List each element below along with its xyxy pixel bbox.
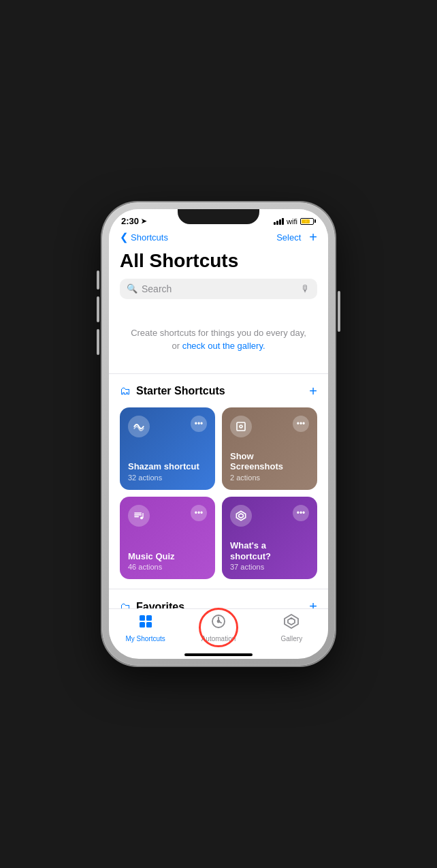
power-button [338, 291, 340, 332]
tab-my-shortcuts[interactable]: My Shortcuts [125, 613, 166, 642]
search-icon: 🔍 [127, 283, 137, 294]
svg-rect-6 [140, 615, 145, 621]
favorites-title: Favorites [136, 601, 184, 608]
card-top: ••• [230, 416, 309, 437]
notch [178, 209, 259, 224]
music-quiz-actions: 46 actions [128, 563, 207, 571]
chevron-left-icon: ❮ [120, 231, 129, 243]
empty-state-or: or [172, 341, 182, 351]
volume-down-button [97, 329, 99, 355]
empty-state-text: Create shortcuts for things you do every… [131, 328, 306, 338]
location-arrow-icon: ➤ [141, 217, 146, 225]
my-shortcuts-label: My Shortcuts [125, 635, 165, 642]
shazam-more-button[interactable]: ••• [191, 416, 207, 432]
svg-marker-4 [236, 511, 245, 520]
screenshots-name: Show Screenshots [230, 451, 309, 472]
select-button[interactable]: Select [276, 232, 301, 243]
gallery-label: Gallery [280, 635, 302, 642]
main-content: All Shortcuts 🔍 Search 🎙 Create shortcut… [109, 248, 328, 608]
shortcut-card-screenshots[interactable]: ••• Show Screenshots 2 actions [222, 407, 317, 490]
svg-marker-13 [288, 618, 295, 625]
gallery-link[interactable]: check out the gallery. [182, 341, 265, 351]
favorites-section-header: 🗂 Favorites + [120, 599, 317, 608]
mute-button [97, 270, 99, 290]
favorites-folder-icon: 🗂 [120, 601, 131, 608]
navigation-bar: ❮ Shortcuts Select + [109, 229, 328, 248]
starter-section-title: Starter Shortcuts [136, 385, 225, 397]
card-bottom: What's a shortcut? 37 actions [230, 540, 309, 571]
my-shortcuts-icon [137, 613, 154, 634]
svg-rect-7 [146, 615, 152, 621]
whats-shortcut-icon [230, 505, 252, 527]
svg-rect-9 [146, 622, 152, 627]
microphone-icon[interactable]: 🎙 [301, 283, 310, 294]
volume-up-button [97, 296, 99, 322]
music-quiz-name: Music Quiz [128, 551, 207, 562]
starter-section-header: 🗂 Starter Shortcuts + [120, 384, 317, 399]
search-bar[interactable]: 🔍 Search 🎙 [120, 279, 317, 299]
section-title-wrap: 🗂 Starter Shortcuts [120, 385, 225, 397]
tab-gallery[interactable]: Gallery [271, 613, 312, 642]
music-icon [128, 505, 150, 527]
svg-rect-0 [237, 422, 245, 431]
shortcuts-grid: ••• Shazam shortcut 32 actions [120, 407, 317, 589]
music-quiz-more-button[interactable]: ••• [191, 505, 207, 521]
card-bottom: Show Screenshots 2 actions [230, 451, 309, 482]
battery-icon [300, 218, 316, 225]
page-header: All Shortcuts [109, 248, 328, 279]
folder-icon: 🗂 [120, 385, 131, 397]
starter-shortcuts-section: 🗂 Starter Shortcuts + [109, 374, 328, 589]
whats-shortcut-actions: 37 actions [230, 563, 309, 571]
svg-marker-5 [239, 514, 244, 518]
nav-actions: Select + [276, 230, 317, 244]
add-favorites-button[interactable]: + [309, 599, 317, 608]
phone-frame: 2:30 ➤ wifi [102, 202, 335, 666]
wifi-icon: wifi [287, 217, 297, 226]
screenshot-icon [230, 416, 252, 437]
side-buttons-left [97, 270, 99, 355]
search-input[interactable]: Search [142, 283, 297, 294]
automation-icon [210, 613, 227, 634]
card-bottom: Shazam shortcut 32 actions [128, 461, 207, 482]
card-top: ••• [128, 505, 207, 527]
tab-automation[interactable]: Automation [198, 613, 239, 642]
svg-marker-12 [285, 615, 298, 628]
tab-bar: My Shortcuts Automation [109, 608, 328, 653]
shazam-icon [128, 416, 150, 437]
card-top: ••• [128, 416, 207, 437]
shazam-name: Shazam shortcut [128, 461, 207, 472]
shortcut-card-whats-shortcut[interactable]: ••• What's a shortcut? 37 actions [222, 497, 317, 579]
back-button[interactable]: ❮ Shortcuts [120, 231, 168, 243]
favorites-section: 🗂 Favorites + You don't have any shortcu… [109, 589, 328, 608]
favorites-title-wrap: 🗂 Favorites [120, 601, 184, 608]
screenshots-actions: 2 actions [230, 474, 309, 482]
empty-state: Create shortcuts for things you do every… [109, 306, 328, 373]
card-bottom: Music Quiz 46 actions [128, 551, 207, 572]
shortcut-card-music-quiz[interactable]: ••• Music Quiz 46 actions [120, 497, 215, 579]
signal-icon [274, 217, 284, 225]
shortcut-card-shazam[interactable]: ••• Shazam shortcut 32 actions [120, 407, 215, 490]
svg-point-11 [217, 621, 219, 623]
status-icons: wifi [274, 217, 316, 226]
add-shortcut-button[interactable]: + [309, 230, 317, 244]
whats-shortcut-more-button[interactable]: ••• [293, 505, 309, 521]
page-title: All Shortcuts [120, 251, 317, 272]
phone-screen: 2:30 ➤ wifi [109, 209, 328, 659]
side-buttons-right [338, 291, 340, 332]
svg-rect-8 [140, 622, 145, 627]
add-starter-button[interactable]: + [309, 384, 317, 399]
whats-shortcut-name: What's a shortcut? [230, 540, 309, 561]
automation-label: Automation [201, 635, 236, 642]
back-label: Shortcuts [131, 232, 168, 243]
status-time: 2:30 ➤ [121, 216, 146, 226]
home-indicator [184, 653, 253, 656]
gallery-icon [283, 613, 300, 634]
screenshots-more-button[interactable]: ••• [293, 416, 309, 432]
svg-point-1 [240, 425, 242, 428]
shazam-actions: 32 actions [128, 474, 207, 482]
card-top: ••• [230, 505, 309, 527]
